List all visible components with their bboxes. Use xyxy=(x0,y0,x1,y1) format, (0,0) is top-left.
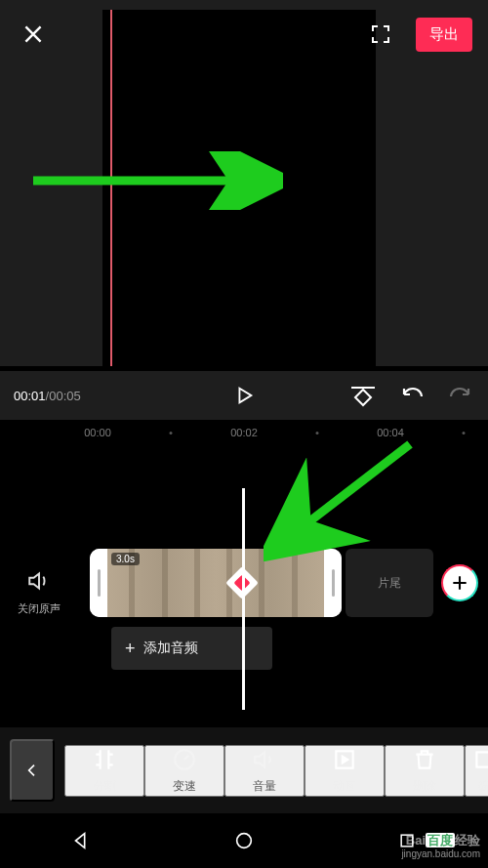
mute-label: 关闭原声 xyxy=(8,601,70,616)
time-display: 00:01/00:05 xyxy=(14,389,81,403)
close-button[interactable] xyxy=(16,17,51,52)
tutorial-arrow-horizontal xyxy=(29,151,283,210)
tool-edit[interactable]: 编 xyxy=(465,745,488,797)
mute-original-button[interactable]: 关闭原声 xyxy=(8,568,70,616)
nav-back-button[interactable] xyxy=(63,823,99,858)
bottom-toolbar: 分割 变速 音量 动画 删除 编 xyxy=(0,727,488,813)
redo-icon xyxy=(448,384,473,407)
add-audio-label: 添加音频 xyxy=(143,640,198,657)
undo-button[interactable] xyxy=(398,382,426,409)
export-button[interactable]: 导出 xyxy=(416,18,472,52)
svg-rect-4 xyxy=(476,752,488,766)
svg-line-1 xyxy=(283,444,410,542)
edit-icon xyxy=(471,747,488,772)
tool-split[interactable]: 分割 xyxy=(64,745,144,797)
back-button[interactable] xyxy=(10,739,55,802)
animation-icon xyxy=(332,747,357,772)
close-icon xyxy=(20,21,46,47)
watermark: Bai百度经验 jingyan.baidu.com xyxy=(401,833,480,860)
diamond-icon xyxy=(349,384,377,407)
tool-speed[interactable]: 变速 xyxy=(144,745,224,797)
speaker-icon xyxy=(26,568,52,594)
redo-button[interactable] xyxy=(447,382,474,409)
tool-scroll[interactable]: 分割 变速 音量 动画 删除 编 xyxy=(64,745,488,797)
undo-icon xyxy=(399,384,425,407)
plus-icon xyxy=(450,573,469,593)
split-icon xyxy=(92,747,117,772)
timeline-playhead[interactable] xyxy=(242,488,245,710)
chevron-left-icon xyxy=(24,760,40,781)
tail-clip-label: 片尾 xyxy=(378,575,401,592)
speed-icon xyxy=(172,747,197,772)
fullscreen-icon xyxy=(369,22,392,46)
ruler-dot xyxy=(170,432,173,434)
keyframe-button[interactable] xyxy=(349,382,377,409)
plus-icon: + xyxy=(125,639,136,659)
fullscreen-button[interactable] xyxy=(363,17,398,52)
top-bar: 导出 xyxy=(0,0,488,68)
ruler-mark: 00:00 xyxy=(84,427,111,438)
nav-home-button[interactable] xyxy=(226,823,262,858)
play-icon xyxy=(233,385,255,406)
total-time: 00:05 xyxy=(49,389,81,403)
tool-animation[interactable]: 动画 xyxy=(305,745,385,797)
current-time: 00:01 xyxy=(14,389,46,403)
svg-point-5 xyxy=(237,834,252,848)
add-clip-button[interactable] xyxy=(441,564,478,601)
play-button[interactable] xyxy=(226,378,262,413)
volume-icon xyxy=(252,747,277,772)
clip-duration-badge: 3.0s xyxy=(111,553,140,565)
tool-volume[interactable]: 音量 xyxy=(224,745,305,797)
ruler-dot xyxy=(463,432,466,434)
clip-handle-left[interactable] xyxy=(90,549,107,617)
delete-icon xyxy=(412,747,437,772)
add-audio-button[interactable]: + 添加音频 xyxy=(111,627,272,670)
ruler-mark: 00:02 xyxy=(230,427,258,438)
player-controls: 00:01/00:05 xyxy=(0,371,488,420)
tool-delete[interactable]: 删除 xyxy=(385,745,465,797)
system-nav-bar: Bai百度经验 jingyan.baidu.com xyxy=(0,813,488,868)
triangle-back-icon xyxy=(70,830,92,851)
circle-home-icon xyxy=(233,830,255,851)
tutorial-arrow-diagonal xyxy=(264,434,429,561)
